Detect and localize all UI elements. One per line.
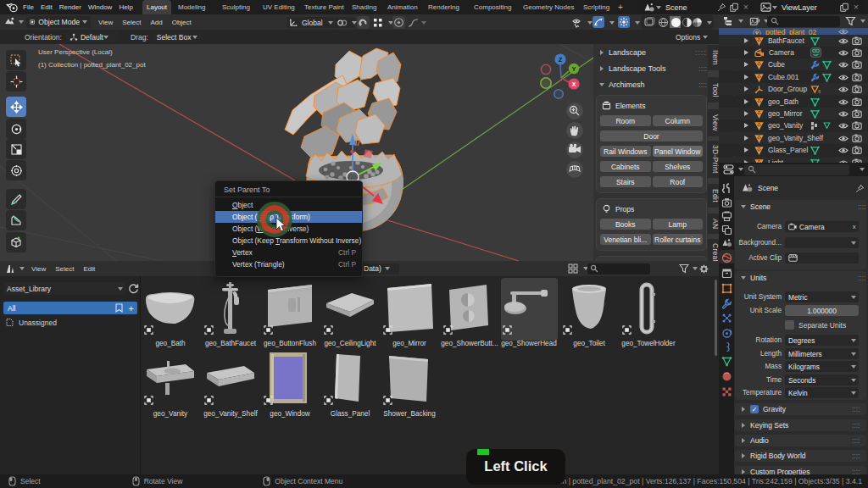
- svg-text:Y: Y: [571, 65, 576, 73]
- svg-text:Z: Z: [559, 56, 563, 64]
- svg-text:6: 6: [818, 89, 821, 94]
- svg-text:X: X: [571, 80, 576, 88]
